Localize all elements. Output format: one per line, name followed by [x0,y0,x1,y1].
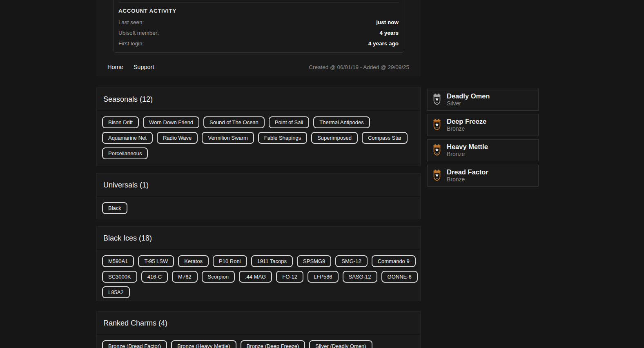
section-body: Bronze (Dread Factor)Bronze (Heavy Mettl… [97,335,420,348]
skin-tag-chip: Black [102,202,127,214]
season-name: Dread Factor [447,168,488,176]
skin-tag-chip: P10 Roni [213,255,247,267]
skin-tag-chip: Aquamarine Net [102,132,153,144]
account-activity-title: ACCOUNT ACTIVITY [118,8,176,14]
row-value: just now [376,19,399,25]
section-title: Universals (1) [97,174,420,197]
skin-tag-chip: Point of Sail [269,116,309,128]
skin-tag-chip: Radio Wave [157,132,198,144]
account-activity-card: ACCOUNT ACTIVITY Last seen: just now Ubi… [113,0,404,53]
seasonal-rank-sidebar: Deadly Omen Silver Deep Freeze Bronze [427,89,539,187]
skin-tag-chip: Vermilion Swarm [202,132,254,144]
skin-tag-chip: 416-C [141,271,168,283]
skin-tag-chip: Commando 9 [372,255,416,267]
footer-link-support[interactable]: Support [134,64,154,70]
skin-tag-chip: Sound of The Ocean [203,116,265,128]
skin-tag-chip: Silver (Deadly Omen) [309,340,372,348]
section-panel-black-ices: Black Ices (18) M590A1T-95 LSWKeratosP10… [96,226,421,301]
tag-row: Bison DriftWorn Down FriendSound of The … [102,116,415,128]
skin-tag-chip: SPSMG9 [297,255,331,267]
skin-tag-chip: LFP586 [308,271,339,283]
skin-tag-chip: M762 [172,271,198,283]
skin-tag-chip: T-95 LSW [138,255,174,267]
section-body: Bison DriftWorn Down FriendSound of The … [97,111,420,165]
tag-row: Black [102,202,415,214]
tag-row: Bronze (Dread Factor)Bronze (Heavy Mettl… [102,340,415,348]
skin-tag-chip: Superimposed [311,132,358,144]
skin-tag-chip: SMG-12 [335,255,367,267]
tag-row: SC3000K416-CM762Scorpion.44 MAGFO-12LFP5… [102,271,415,283]
rank-name: Bronze [447,176,488,183]
tag-row: Porcellaneous [102,147,415,159]
skin-tag-chip: SASG-12 [343,271,377,283]
section-title: Black Ices (18) [97,227,420,250]
tag-row: L85A2 [102,286,415,298]
season-name: Deep Freeze [447,118,486,125]
skin-tag-chip: Bronze (Deep Freeze) [241,340,305,348]
created-added-meta: Created @ 06/01/19 - Added @ 29/09/25 [309,64,409,70]
row-value: 4 years ago [368,40,399,47]
season-rank-card-deep-freeze[interactable]: Deep Freeze Bronze [427,114,539,136]
season-rank-text: Heavy Mettle Bronze [447,143,488,158]
skin-tag-chip: 1911 Tacops [251,255,293,267]
tag-row: M590A1T-95 LSWKeratosP10 Roni1911 Tacops… [102,255,415,267]
footer-link-home[interactable]: Home [107,64,123,70]
rank-badge-icon [432,94,442,106]
tag-row: Aquamarine NetRadio WaveVermilion SwarmF… [102,132,415,144]
skin-tag-chip: Bison Drift [102,116,139,128]
skin-tag-chip: SC3000K [102,271,137,283]
skin-tag-chip: FO-12 [276,271,303,283]
skin-tag-chip: Worn Down Friend [143,116,199,128]
account-row-ubisoft-member: Ubisoft member: 4 years [118,30,399,37]
account-row-last-seen: Last seen: just now [118,19,399,26]
season-rank-text: Deep Freeze Bronze [447,118,486,132]
rank-badge-icon [432,119,442,131]
rank-name: Bronze [447,151,488,158]
row-value: 4 years [379,30,399,36]
section-title: Ranked Charms (4) [97,312,420,335]
skin-tag-chip: Bronze (Heavy Mettle) [171,340,236,348]
section-body: M590A1T-95 LSWKeratosP10 Roni1911 Tacops… [97,250,420,301]
row-label: Ubisoft member: [118,30,159,36]
season-rank-card-deadly-omen[interactable]: Deadly Omen Silver [427,89,539,111]
row-label: Last seen: [118,19,144,25]
skin-tag-chip: Scorpion [202,271,235,283]
skin-tag-chip: Compass Star [362,132,408,144]
season-rank-card-heavy-mettle[interactable]: Heavy Mettle Bronze [427,139,539,161]
skin-tag-chip: Keratos [178,255,209,267]
skin-tag-chip: GONNE-6 [381,271,418,283]
skin-tag-chip: Bronze (Dread Factor) [102,340,167,348]
rank-badge-icon [432,170,442,182]
section-panel-ranked-charms: Ranked Charms (4) Bronze (Dread Factor)B… [96,311,421,348]
section-title: Seasonals (12) [97,88,420,111]
section-panel-seasonals: Seasonals (12) Bison DriftWorn Down Frie… [96,87,421,166]
season-rank-text: Deadly Omen Silver [447,92,490,107]
season-rank-card-dread-factor[interactable]: Dread Factor Bronze [427,165,539,187]
section-body: Black [97,197,420,219]
page-root: { "account_activity": { "title": "ACCOUN… [0,0,644,348]
season-name: Deadly Omen [447,92,490,100]
profile-card-bottom: ACCOUNT ACTIVITY Last seen: just now Ubi… [96,0,421,76]
rank-name: Bronze [447,125,486,132]
card-divider [118,2,399,3]
skin-tag-chip: L85A2 [102,286,130,298]
section-panel-universals: Universals (1) Black [96,173,421,219]
skin-tag-chip: .44 MAG [239,271,272,283]
rank-badge-icon [432,144,442,156]
skin-tag-chip: M590A1 [102,255,134,267]
rank-name: Silver [447,100,490,107]
skin-tag-chip: Thermal Antipodes [313,116,370,128]
account-row-first-login: First login: 4 years ago [118,40,399,47]
season-rank-text: Dread Factor Bronze [447,168,488,183]
skin-tag-chip: Porcellaneous [102,147,148,159]
row-label: First login: [118,40,144,47]
profile-footer: Home Support Created @ 06/01/19 - Added … [107,63,409,71]
season-name: Heavy Mettle [447,143,488,151]
skin-tag-chip: Fable Shapings [258,132,307,144]
